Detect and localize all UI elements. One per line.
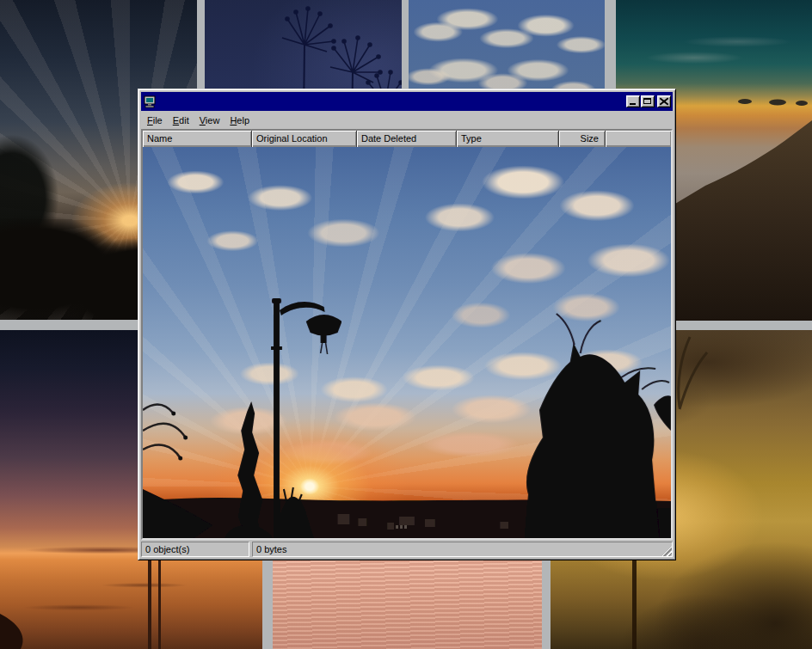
status-object-count: 0 object(s) — [141, 542, 249, 557]
silhouettes-graphic — [143, 147, 671, 538]
menu-file[interactable]: File — [142, 113, 168, 127]
menu-edit-hotkey: E — [173, 115, 179, 126]
minimize-icon — [630, 103, 636, 105]
menu-file-rest: ile — [153, 115, 163, 126]
menu-view[interactable]: View — [194, 113, 225, 127]
column-header-original-location[interactable]: Original Location — [252, 131, 357, 147]
column-header-name[interactable]: Name — [143, 131, 252, 147]
close-button[interactable] — [657, 95, 671, 107]
recycle-bin-window: File Edit View Help Name Original Locati… — [138, 89, 676, 560]
status-bar: 0 object(s) 0 bytes — [141, 542, 673, 557]
column-header-type[interactable]: Type — [457, 131, 559, 147]
status-byte-count: 0 bytes — [252, 542, 673, 557]
menu-view-rest: iew — [206, 115, 220, 126]
menu-file-hotkey: F — [147, 115, 153, 126]
minimize-button[interactable] — [626, 95, 640, 107]
column-header-row: Name Original Location Date Deleted Type… — [143, 131, 671, 147]
menu-bar: File Edit View Help — [141, 111, 673, 129]
column-header-empty[interactable] — [606, 131, 671, 147]
menu-help-rest: elp — [237, 115, 249, 126]
menu-view-hotkey: V — [200, 115, 206, 126]
maximize-button[interactable] — [641, 95, 655, 107]
desktop: File Edit View Help Name Original Locati… — [0, 0, 812, 649]
menu-edit-rest: dit — [179, 115, 189, 126]
menu-edit[interactable]: Edit — [168, 113, 194, 127]
resize-grip[interactable] — [661, 545, 672, 556]
column-header-size[interactable]: Size — [559, 131, 606, 147]
list-view: Name Original Location Date Deleted Type… — [141, 129, 673, 540]
close-icon — [660, 98, 668, 105]
list-viewport-sunset-photo[interactable] — [143, 147, 671, 538]
column-header-date-deleted[interactable]: Date Deleted — [357, 131, 457, 147]
menu-help[interactable]: Help — [225, 113, 255, 127]
maximize-icon — [643, 98, 651, 104]
computer-icon — [144, 95, 157, 108]
title-bar[interactable] — [141, 92, 673, 111]
